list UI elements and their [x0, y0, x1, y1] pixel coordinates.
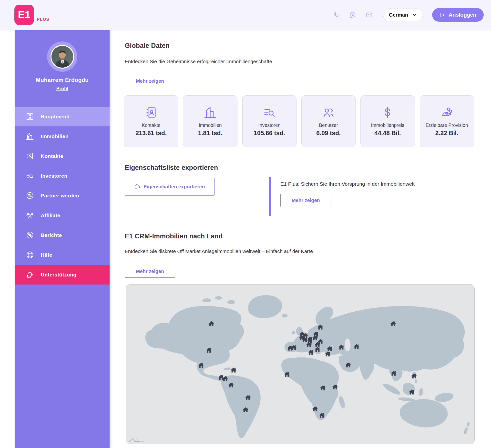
house-icon — [338, 344, 345, 350]
contact-book-icon — [26, 152, 34, 160]
property-marker[interactable] — [390, 370, 397, 377]
sidebar-item-berichte[interactable]: Berichte — [15, 225, 110, 245]
property-marker[interactable] — [228, 382, 235, 388]
logo-plus-label: PLUS — [37, 17, 49, 22]
stat-cards-row: Kontakte 213.61 tsd. Immobilien 1.81 tsd… — [124, 95, 474, 147]
world-map[interactable] — [126, 284, 475, 444]
stat-card-immobilienpreis[interactable]: Immobilienpreis 44.48 Bil. — [360, 95, 415, 147]
house-icon — [291, 344, 297, 351]
sidebar-item-hauptmenu[interactable]: Hauptmenü — [15, 107, 110, 126]
stat-card-benutzer[interactable]: Benutzer 6.09 tsd. — [301, 95, 356, 147]
global-data-subtitle: Entdecken Sie die Geheimnisse erfolgreic… — [125, 59, 272, 64]
world-map-svg — [126, 285, 474, 444]
property-marker[interactable] — [242, 407, 249, 413]
list-search-icon — [263, 106, 276, 119]
stat-card-provision[interactable]: Erzielbare Provision 2.22 Bil. — [420, 95, 474, 147]
property-marker[interactable] — [245, 394, 251, 401]
sidebar-item-label: Kontakte — [41, 153, 63, 159]
property-marker[interactable] — [338, 344, 345, 350]
sidebar-item-label: Investoren — [41, 173, 67, 179]
sidebar-item-partner-werden[interactable]: Partner werden — [15, 186, 110, 205]
sidebar-item-unterstuetzung[interactable]: Unterstützung — [15, 265, 110, 285]
avatar[interactable] — [51, 45, 74, 69]
sidebar-item-kontakte[interactable]: Kontakte — [15, 146, 110, 166]
property-marker[interactable] — [308, 349, 314, 356]
sidebar-item-label: Immobilien — [41, 133, 69, 139]
house-icon — [319, 385, 326, 391]
property-marker[interactable] — [327, 346, 333, 352]
property-marker[interactable] — [312, 406, 318, 412]
global-data-title: Globale Daten — [125, 42, 170, 50]
sidebar-item-hilfe[interactable]: Hilfe — [15, 245, 110, 265]
property-marker[interactable] — [317, 324, 324, 330]
property-marker[interactable] — [198, 362, 205, 369]
house-icon — [198, 362, 205, 369]
property-marker[interactable] — [230, 367, 237, 373]
stat-label: Immobilienpreis — [371, 122, 404, 128]
user-name: Muharrem Erdogdu — [15, 77, 110, 83]
language-selector[interactable]: German — [383, 9, 423, 21]
sidebar-item-label: Affiliate — [41, 213, 60, 218]
property-marker[interactable] — [306, 341, 312, 348]
whatsapp-icon[interactable] — [349, 11, 356, 19]
house-icon — [332, 384, 338, 390]
sidebar-item-label: Berichte — [41, 232, 62, 238]
map-more-button[interactable]: Mehr zeigen — [125, 265, 175, 278]
house-icon — [208, 320, 215, 327]
stat-card-kontakte[interactable]: Kontakte 213.61 tsd. — [124, 95, 178, 147]
property-marker[interactable] — [319, 385, 326, 391]
sidebar-item-label: Partner werden — [41, 193, 79, 199]
stat-card-immobilien[interactable]: Immobilien 1.81 tsd. — [183, 95, 237, 147]
property-marker[interactable] — [222, 375, 228, 382]
sidebar-item-label: Unterstützung — [41, 272, 76, 278]
stat-value: 213.61 tsd. — [135, 130, 167, 137]
top-header: E1 PLUS German Ausloggen — [0, 0, 491, 30]
export-section-title: Eigenschaftsliste exportieren — [125, 164, 218, 172]
profile-link[interactable]: Profil — [15, 86, 110, 91]
export-properties-button[interactable]: Eigenschaften exportieren — [125, 178, 215, 196]
logo-text: E1 — [18, 9, 30, 21]
chart-watermark-logo — [128, 437, 144, 442]
property-marker[interactable] — [390, 320, 397, 327]
property-marker[interactable] — [208, 320, 215, 327]
stat-value: 1.81 tsd. — [198, 130, 222, 137]
house-icon — [318, 412, 325, 419]
house-icon — [228, 382, 235, 388]
house-icon — [205, 347, 212, 353]
sidebar-item-immobilien[interactable]: Immobilien — [15, 126, 110, 146]
global-more-button[interactable]: Mehr zeigen — [125, 75, 175, 87]
property-marker[interactable] — [205, 347, 212, 353]
house-icon — [390, 320, 397, 327]
house-icon — [306, 341, 312, 348]
promo-quote-text: E1 Plus: Sichern Sie Ihren Vorsprung in … — [280, 181, 440, 187]
mail-icon[interactable] — [366, 11, 373, 19]
property-marker[interactable] — [291, 344, 297, 351]
people-group-icon — [26, 211, 34, 220]
house-icon — [353, 343, 360, 350]
stat-value: 2.22 Bil. — [435, 130, 459, 137]
property-marker[interactable] — [314, 346, 321, 353]
map-section-subtitle: Entdecken Sie diskrete Off Market Anlage… — [125, 248, 313, 254]
house-icon — [245, 394, 251, 401]
stat-label: Erzielbare Provision — [426, 122, 468, 128]
property-marker[interactable] — [408, 389, 415, 395]
property-marker[interactable] — [411, 373, 417, 379]
stat-label: Immobilien — [199, 122, 222, 128]
property-marker[interactable] — [284, 371, 290, 378]
sidebar-item-label: Hauptmenü — [41, 114, 70, 120]
property-marker[interactable] — [332, 384, 338, 390]
sidebar-item-affiliate[interactable]: Affiliate — [15, 205, 110, 225]
sidebar-item-investoren[interactable]: Investoren — [15, 166, 110, 186]
house-icon — [284, 371, 290, 378]
promo-quote-block: E1 Plus: Sichern Sie Ihren Vorsprung in … — [269, 177, 440, 216]
dollar-icon — [381, 106, 394, 119]
property-marker[interactable] — [345, 362, 352, 368]
phone-icon[interactable] — [332, 11, 340, 19]
property-marker[interactable] — [318, 412, 325, 419]
chevron-down-icon — [412, 12, 417, 18]
property-marker[interactable] — [353, 343, 360, 350]
lifebuoy-icon — [26, 251, 34, 259]
stat-card-investoren[interactable]: Investoren 105.66 tsd. — [242, 95, 297, 147]
logout-button[interactable]: Ausloggen — [432, 8, 484, 22]
quote-more-button[interactable]: Mehr zeigen — [280, 194, 331, 207]
